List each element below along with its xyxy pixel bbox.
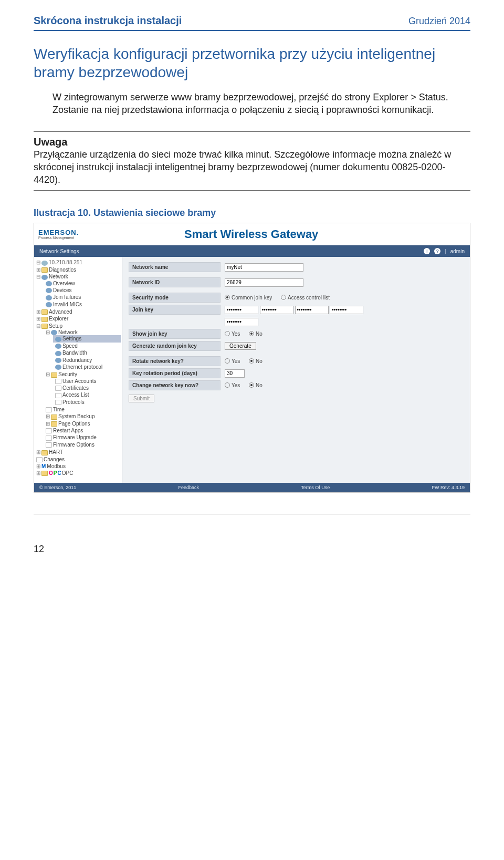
submit-button[interactable]: Submit xyxy=(129,395,154,402)
gateway-footer: © Emerson, 2011 Feedback Terms Of Use FW… xyxy=(34,483,470,492)
footer-fw-rev: FW Rev: 4.3.19 xyxy=(432,485,465,490)
tree-system-backup[interactable]: ⊞System Backup xyxy=(44,413,121,420)
divider xyxy=(34,514,470,514)
input-join-key-3[interactable] xyxy=(295,306,329,314)
header-right: Grudzień 2014 xyxy=(408,16,470,27)
label-network-id: Network ID xyxy=(129,277,220,287)
tree-settings[interactable]: Settings xyxy=(53,335,121,342)
label-network-name: Network name xyxy=(129,262,220,272)
tree-explorer[interactable]: ⊞Explorer xyxy=(35,315,121,322)
radio-change-no[interactable]: No xyxy=(249,382,262,388)
tree-page-options[interactable]: ⊞Page Options xyxy=(44,420,121,427)
page-number: 12 xyxy=(34,544,470,555)
tree-setup[interactable]: ⊟Setup ⊟Network Settings Speed Bandwidth… xyxy=(35,323,121,449)
help-icon[interactable]: ? xyxy=(434,248,440,254)
logo-text: EMERSON. xyxy=(38,229,79,236)
tree-setup-network[interactable]: ⊟Network Settings Speed Bandwidth Redund… xyxy=(44,329,121,371)
tree-ethernet[interactable]: Ethernet protocol xyxy=(53,364,121,370)
header-left: Skrócona instrukcja instalacji xyxy=(34,15,182,27)
row-rotate: Rotate network key? Yes No xyxy=(129,356,464,366)
radio-change-yes[interactable]: Yes xyxy=(225,382,240,388)
tree-restart-apps[interactable]: Restart Apps xyxy=(44,427,121,434)
radio-show-yes[interactable]: Yes xyxy=(225,331,240,337)
label-join-key: Join key xyxy=(129,305,220,315)
tree-opc[interactable]: ⊞OPCOPC xyxy=(35,470,121,476)
radio-show-no[interactable]: No xyxy=(249,331,262,337)
note-title: Uwaga xyxy=(34,136,470,148)
row-rotation-period: Key rotation period (days) xyxy=(129,368,464,378)
divider xyxy=(34,190,470,191)
tree-diagnostics[interactable]: ⊞Diagnostics xyxy=(35,266,121,273)
settings-form: Network name Network ID Security mode Co… xyxy=(122,257,470,483)
footer-terms[interactable]: Terms Of Use xyxy=(301,485,330,490)
tree-network[interactable]: ⊟Network Overview Devices Join failures … xyxy=(35,273,121,308)
gateway-screenshot: EMERSON. Process Management Smart Wirele… xyxy=(34,223,470,493)
row-show-join-key: Show join key Yes No xyxy=(129,329,464,339)
tree-user-accounts[interactable]: User Accounts xyxy=(53,378,121,385)
gateway-title: Smart Wireless Gateway xyxy=(79,227,424,241)
radio-access-control-list[interactable]: Access control list xyxy=(281,295,330,301)
nav-tree: ⊟10.210.88.251 ⊞Diagnostics ⊟Network Ove… xyxy=(34,257,122,483)
tree-access-list[interactable]: Access List xyxy=(53,391,121,398)
footer-copyright: © Emerson, 2011 xyxy=(39,485,76,490)
tree-advanced[interactable]: ⊞Advanced xyxy=(35,308,121,315)
figure-caption: Ilustracja 10. Ustawienia sieciowe bramy xyxy=(34,208,470,219)
gateway-navbar: Network Settings i ? | admin xyxy=(34,245,470,257)
label-change-now: Change network key now? xyxy=(129,380,220,390)
tree-changes[interactable]: Changes xyxy=(35,456,121,463)
tree-bandwidth[interactable]: Bandwidth xyxy=(53,349,121,356)
tree-hart[interactable]: ⊞HART xyxy=(35,449,121,455)
label-rotate: Rotate network key? xyxy=(129,356,220,366)
input-rotation-period[interactable] xyxy=(225,369,245,378)
gateway-body: ⊟10.210.88.251 ⊞Diagnostics ⊟Network Ove… xyxy=(34,257,470,483)
logo-subtext: Process Management xyxy=(38,236,79,240)
note-block: Uwaga Przyłączanie urządzenia do sieci m… xyxy=(34,136,470,186)
radio-common-join-key[interactable]: Common join key xyxy=(225,295,272,301)
user-label[interactable]: admin xyxy=(450,248,465,254)
row-join-key-extra: . xyxy=(129,317,464,327)
tree-overview[interactable]: Overview xyxy=(44,280,121,287)
input-join-key-4[interactable] xyxy=(330,306,363,314)
divider xyxy=(34,131,470,132)
generate-button[interactable]: Generate xyxy=(225,342,256,350)
tree-protocols[interactable]: Protocols xyxy=(53,399,121,406)
label-rotation-period: Key rotation period (days) xyxy=(129,368,220,378)
tree-certificates[interactable]: Certificates xyxy=(53,385,121,391)
label-show-join-key: Show join key xyxy=(129,329,220,339)
row-network-name: Network name xyxy=(129,262,464,272)
tree-join-failures[interactable]: Join failures xyxy=(44,294,121,301)
tree-security[interactable]: ⊟Security User Accounts Certificates Acc… xyxy=(44,371,121,406)
input-join-key-2[interactable] xyxy=(260,306,293,314)
tree-firmware-upgrade[interactable]: Firmware Upgrade xyxy=(44,434,121,441)
row-security-mode: Security mode Common join key Access con… xyxy=(129,293,464,303)
footer-feedback[interactable]: Feedback xyxy=(178,485,199,490)
row-network-id: Network ID xyxy=(129,277,464,287)
radio-rotate-no[interactable]: No xyxy=(249,358,262,364)
emerson-logo: EMERSON. Process Management xyxy=(38,229,79,240)
input-network-name[interactable] xyxy=(225,263,303,272)
input-network-id[interactable] xyxy=(225,278,303,287)
radio-rotate-yes[interactable]: Yes xyxy=(225,358,240,364)
label-generate: Generate random join key xyxy=(129,341,220,351)
row-generate: Generate random join key Generate xyxy=(129,341,464,351)
row-submit: Submit xyxy=(129,395,464,402)
gateway-topbar: EMERSON. Process Management Smart Wirele… xyxy=(34,223,470,245)
tree-ip: ⊟10.210.88.251 xyxy=(35,259,121,266)
info-icon[interactable]: i xyxy=(424,248,430,254)
tree-time[interactable]: Time xyxy=(44,406,121,413)
tree-redundancy[interactable]: Redundancy xyxy=(53,357,121,364)
tree-devices[interactable]: Devices xyxy=(44,287,121,294)
tree-invalid-mics[interactable]: Invalid MICs xyxy=(44,301,121,308)
breadcrumb: Network Settings xyxy=(39,248,424,254)
tree-modbus[interactable]: ⊞MModbus xyxy=(35,463,121,470)
main-heading: Weryfikacja konfiguracji przetwornika pr… xyxy=(34,45,470,81)
input-join-key-5[interactable] xyxy=(225,318,258,326)
input-join-key-1[interactable] xyxy=(225,306,258,314)
note-body: Przyłączanie urządzenia do sieci może tr… xyxy=(34,148,470,186)
tree-firmware-options[interactable]: Firmware Options xyxy=(44,441,121,448)
row-join-key: Join key xyxy=(129,305,464,315)
body-paragraph: W zintegrowanym serwerze www bramy bezpr… xyxy=(52,91,470,117)
row-change-now: Change network key now? Yes No xyxy=(129,380,464,390)
page-header: Skrócona instrukcja instalacji Grudzień … xyxy=(34,15,470,31)
tree-speed[interactable]: Speed xyxy=(53,343,121,349)
